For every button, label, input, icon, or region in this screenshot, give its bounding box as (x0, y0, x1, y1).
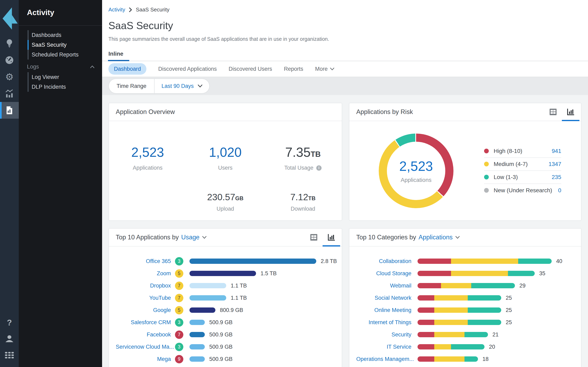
card-applications-by-risk-header: Applications by Risk (349, 103, 581, 121)
sidebar-section-logs[interactable]: Logs (19, 61, 102, 72)
risk-score-badge: 9 (175, 355, 183, 363)
category-stacked-bar[interactable] (417, 283, 515, 288)
app-link[interactable]: Office 365 (116, 258, 171, 264)
applications-metric-dropdown[interactable]: Applications (419, 234, 459, 241)
card-title: Top 10 Categories by (356, 234, 416, 241)
usage-value: 1.1 TB (231, 295, 247, 301)
category-row: IT Service20 (349, 341, 581, 353)
category-link[interactable]: Collaboration (356, 258, 411, 264)
category-link[interactable]: Operations Managem... (356, 356, 411, 362)
bar-segment-high (417, 283, 441, 288)
card-applications-by-risk: Applications by Risk (349, 103, 581, 221)
category-link[interactable]: Internet of Things (356, 319, 411, 325)
tab-reports[interactable]: Reports (284, 66, 303, 72)
info-icon[interactable]: i (316, 165, 321, 171)
tab-more[interactable]: More (315, 66, 334, 72)
analytics-chart-icon[interactable] (0, 85, 19, 102)
usage-bar[interactable] (190, 283, 226, 288)
sidebar-item-dashboards[interactable]: Dashboards (19, 30, 102, 40)
category-link[interactable]: Webmail (356, 283, 411, 289)
card-top-applications-header: Top 10 Applications by Usage (109, 229, 342, 247)
legend-value-link[interactable]: 0 (558, 187, 561, 194)
category-stacked-bar[interactable] (417, 344, 484, 350)
help-icon[interactable]: ? (0, 314, 19, 331)
bar-segment-medium (451, 259, 518, 264)
category-stacked-bar[interactable] (417, 259, 552, 264)
reports-file-icon[interactable] (0, 102, 19, 119)
category-link[interactable]: Cloud Storage (356, 270, 411, 277)
app-link[interactable]: YouTube (116, 295, 171, 301)
app-link[interactable]: Zoom (116, 270, 171, 277)
legend-value-link[interactable]: 1347 (549, 161, 561, 167)
table-view-icon[interactable] (310, 229, 317, 246)
tab-dashboard[interactable]: Dashboard (108, 63, 146, 75)
category-row: Operations Managem...18 (349, 353, 581, 365)
breadcrumb-activity-link[interactable]: Activity (108, 7, 125, 13)
stat-number: 1,020 (209, 145, 242, 160)
app-link[interactable]: Google (116, 307, 171, 313)
sidebar-item-log-viewer[interactable]: Log Viewer (19, 72, 102, 82)
time-range-value-dropdown[interactable]: Last 90 Days (155, 79, 209, 93)
legend-value-link[interactable]: 235 (552, 174, 561, 180)
category-count: 21 (493, 332, 499, 338)
category-stacked-bar[interactable] (417, 308, 501, 313)
risk-donut-chart[interactable]: 2,523 Applications (379, 133, 453, 208)
overview-stat-applications: 2,523Applications (109, 145, 186, 171)
usage-value: 2.8 TB (321, 258, 337, 264)
bar-chart-view-icon[interactable] (567, 103, 574, 121)
user-icon[interactable] (0, 331, 19, 347)
category-stacked-bar[interactable] (417, 295, 501, 300)
category-stacked-bar[interactable] (417, 271, 535, 276)
usage-bar[interactable] (190, 259, 316, 264)
collapse-chevron-icon[interactable] (90, 66, 94, 68)
usage-bar[interactable] (190, 308, 215, 313)
sidebar-item-dlp-incidents[interactable]: DLP Incidents (19, 82, 102, 92)
category-stacked-bar[interactable] (417, 356, 478, 362)
app-link[interactable]: Dropbox (116, 283, 171, 289)
overview-stat-users: 1,020Users (186, 145, 264, 171)
app-link[interactable]: Mega (116, 356, 171, 362)
usage-value: 500.9 GB (209, 319, 233, 325)
app-link[interactable]: Servicenow Cloud Ma... (116, 344, 171, 350)
usage-bar[interactable] (190, 320, 205, 325)
usage-bar[interactable] (190, 295, 226, 300)
usage-value: 800.9 GB (220, 307, 243, 313)
tab-discovered-applications[interactable]: Discovered Applications (158, 66, 217, 72)
category-count: 25 (506, 295, 512, 301)
apps-grid-icon[interactable] (0, 347, 19, 363)
app-link[interactable]: Facebook (116, 332, 171, 338)
category-link[interactable]: Security (356, 332, 411, 338)
tab-discovered-users[interactable]: Discovered Users (229, 66, 272, 72)
overview-substat-spacer (109, 192, 186, 212)
netskope-logo-icon[interactable] (0, 5, 18, 31)
category-link[interactable]: Social Network (356, 295, 411, 301)
usage-bar[interactable] (190, 332, 205, 337)
legend-value-link[interactable]: 941 (552, 148, 561, 154)
sidebar-item-scheduled-reports[interactable]: Scheduled Reports (19, 50, 102, 59)
stat-unit: GB (235, 195, 243, 201)
sidebar-item-saas-security[interactable]: SaaS Security (19, 40, 102, 50)
usage-bar[interactable] (190, 356, 205, 362)
app-link[interactable]: Salesforce CRM (116, 319, 171, 325)
category-stacked-bar[interactable] (417, 332, 488, 337)
usage-bar[interactable] (190, 344, 205, 350)
risk-legend: High (8-10)941Medium (4-7)1347Low (1-3)2… (484, 145, 561, 197)
bar-chart-view-icon[interactable] (328, 229, 335, 246)
table-view-icon[interactable] (550, 103, 557, 121)
usage-bar[interactable] (190, 271, 256, 276)
bar-segment-low (465, 332, 488, 337)
insights-lightbulb-icon[interactable] (0, 35, 19, 52)
dashboard-speedometer-icon[interactable] (0, 52, 19, 68)
legend-dot-icon (484, 175, 489, 179)
category-stacked-bar[interactable] (417, 320, 501, 325)
sidebar-item-label: Dashboards (32, 32, 61, 38)
category-link[interactable]: IT Service (356, 344, 411, 350)
category-link[interactable]: Online Meeting (356, 307, 411, 313)
card-top-categories-header: Top 10 Categories by Applications (349, 229, 581, 247)
risk-score-badge: 7 (175, 294, 183, 302)
tab-inline[interactable]: Inline (108, 50, 124, 61)
usage-value: 500.9 GB (209, 356, 233, 362)
settings-gear-icon[interactable]: ⚙ (0, 68, 19, 85)
overview-substat-upload: 230.57GBUpload (186, 192, 264, 212)
usage-metric-dropdown[interactable]: Usage (181, 234, 207, 241)
